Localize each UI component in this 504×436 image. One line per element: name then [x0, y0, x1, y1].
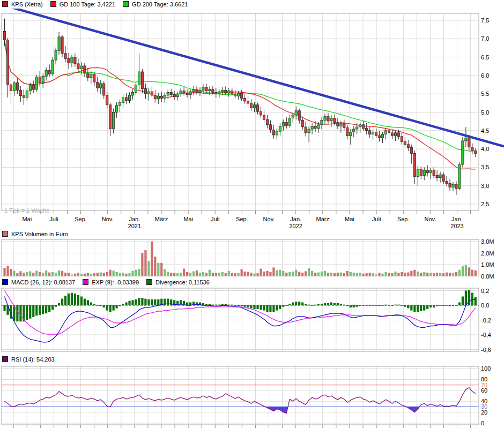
legend-item-macd: MACD (26, 12): 0,08137: [2, 279, 75, 285]
svg-text:2,5: 2,5: [481, 201, 489, 207]
svg-text:Sep.: Sep.: [397, 216, 410, 222]
svg-text:Sep.: Sep.: [75, 216, 87, 222]
svg-text:6,0: 6,0: [481, 72, 489, 79]
kps-swatch-icon: [2, 1, 8, 7]
rsi-legend: RSI (14): 54,203: [2, 356, 62, 363]
svg-text:Mai: Mai: [22, 216, 32, 222]
svg-text:100: 100: [481, 365, 491, 372]
price-chart: 7,57,06,56,05,55,04,54,03,53,02,5MaiJuli…: [0, 9, 504, 230]
volume-chart: 3,0M2,0M1,0M0,0M: [0, 238, 504, 279]
svg-text:20: 20: [481, 409, 487, 416]
svg-text:-0,6: -0,6: [481, 347, 491, 353]
volume-legend: KPS Volumen in Euro: [2, 230, 76, 237]
exp-swatch-icon: [83, 279, 88, 285]
rsi-label: RSI (14): 54,203: [11, 356, 55, 363]
macd-label: MACD (26, 12): 0,08137: [11, 279, 75, 285]
svg-text:Nov.: Nov.: [102, 216, 114, 222]
legend-item-gd200: GD 200 Tage: 3,6621: [123, 1, 188, 7]
divergence-swatch-icon: [146, 279, 152, 285]
svg-text:Mai: Mai: [183, 216, 193, 222]
svg-text:3,0: 3,0: [481, 183, 489, 189]
macd-legend: MACD (26, 12): 0,08137 EXP (9): -0,03399…: [2, 279, 217, 285]
rsi-swatch-icon: [2, 356, 8, 362]
svg-text:Jan.: Jan.: [290, 216, 301, 222]
svg-text:6,5: 6,5: [481, 54, 489, 61]
svg-text:3,0M: 3,0M: [481, 238, 494, 245]
macd-swatch-icon: [2, 279, 8, 285]
svg-text:1,0M: 1,0M: [481, 261, 494, 268]
svg-text:Juli: Juli: [372, 216, 381, 222]
svg-text:3,5: 3,5: [481, 164, 489, 170]
legend-item-gd100: GD 100 Tage: 3,4221: [50, 1, 115, 7]
svg-text:0,0M: 0,0M: [481, 273, 494, 279]
legend-item-exp: EXP (9): -0,03399: [83, 279, 139, 285]
svg-text:März: März: [316, 216, 329, 222]
divergence-label: Divergence: 0,11536: [155, 279, 210, 285]
svg-text:Nov.: Nov.: [424, 216, 436, 222]
volume-swatch-icon: [2, 231, 8, 237]
exp-label: EXP (9): -0,03399: [92, 279, 139, 285]
svg-text:0,2: 0,2: [481, 288, 489, 294]
svg-text:Juli: Juli: [211, 216, 220, 222]
rsi-chart: 1008070604030200: [0, 364, 504, 436]
tick-footnote: 1 Tick = 1 Woche: [4, 207, 49, 214]
svg-text:-0,2: -0,2: [481, 317, 491, 324]
svg-text:2023: 2023: [450, 223, 463, 229]
svg-text:7,5: 7,5: [481, 17, 489, 24]
gd200-label: GD 200 Tage: 3,6621: [132, 1, 188, 7]
kps-stock-chart-page: KPS (Xetra) GD 100 Tage: 3,4221 GD 200 T…: [0, 0, 504, 436]
svg-text:4,0: 4,0: [481, 146, 489, 152]
gd100-swatch-icon: [50, 1, 56, 7]
svg-text:2,0M: 2,0M: [481, 250, 494, 257]
svg-text:Mai: Mai: [345, 216, 354, 222]
svg-text:7,0: 7,0: [481, 35, 489, 42]
svg-text:-0,4: -0,4: [481, 332, 491, 338]
svg-text:Jan.: Jan.: [451, 216, 463, 222]
svg-text:Sep.: Sep.: [236, 216, 248, 222]
svg-text:5,0: 5,0: [481, 109, 489, 116]
macd-chart: 0,20,0-0,2-0,4-0,6: [0, 287, 504, 355]
svg-text:Nov.: Nov.: [263, 216, 275, 222]
kps-label: KPS (Xetra): [11, 1, 43, 7]
legend-item-divergence: Divergence: 0,11536: [146, 279, 210, 285]
svg-text:2022: 2022: [289, 223, 302, 229]
legend-item-rsi: RSI (14): 54,203: [2, 356, 55, 363]
svg-text:5,5: 5,5: [481, 91, 489, 97]
svg-text:0: 0: [481, 420, 484, 426]
svg-text:Jan.: Jan.: [129, 216, 140, 222]
legend-item-volume: KPS Volumen in Euro: [2, 231, 68, 237]
legend-item-kps: KPS (Xetra): [2, 1, 43, 7]
gd200-swatch-icon: [123, 1, 129, 7]
svg-text:60: 60: [481, 387, 487, 394]
price-legend: KPS (Xetra) GD 100 Tage: 3,4221 GD 200 T…: [2, 1, 195, 7]
svg-text:2021: 2021: [128, 223, 141, 229]
svg-text:März: März: [155, 216, 168, 222]
svg-text:4,5: 4,5: [481, 127, 489, 134]
gd100-label: GD 100 Tage: 3,4221: [60, 1, 115, 7]
volume-label: KPS Volumen in Euro: [11, 231, 68, 237]
svg-text:Juli: Juli: [49, 216, 58, 222]
svg-text:0,0: 0,0: [481, 302, 489, 309]
